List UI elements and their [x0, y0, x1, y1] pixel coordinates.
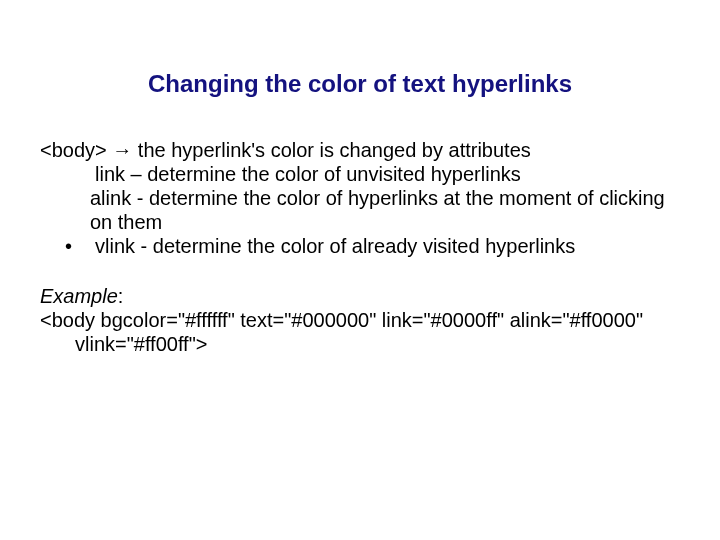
link-attr-line: link – determine the color of unvisited …	[40, 162, 680, 186]
example-label: Example	[40, 285, 118, 307]
slide-title: Changing the color of text hyperlinks	[40, 70, 680, 98]
slide: Changing the color of text hyperlinks <b…	[0, 0, 720, 540]
alink-attr-line: alink - determine the color of hyperlink…	[40, 186, 680, 234]
example-colon: :	[118, 285, 124, 307]
vlink-attr-line: vlink - determine the color of already v…	[95, 234, 680, 258]
spacer	[40, 258, 680, 284]
arrow-icon: →	[112, 139, 132, 161]
example-line: Example:	[40, 284, 680, 308]
example-code: <body bgcolor="#ffffff" text="#000000" l…	[40, 308, 680, 356]
intro-rest: the hyperlink's color is changed by attr…	[132, 139, 530, 161]
intro-line: <body> → the hyperlink's color is change…	[40, 138, 680, 162]
body-tag-text: <body>	[40, 139, 112, 161]
bullet-icon: •	[40, 234, 95, 258]
slide-body: <body> → the hyperlink's color is change…	[40, 138, 680, 356]
vlink-bullet-row: • vlink - determine the color of already…	[40, 234, 680, 258]
